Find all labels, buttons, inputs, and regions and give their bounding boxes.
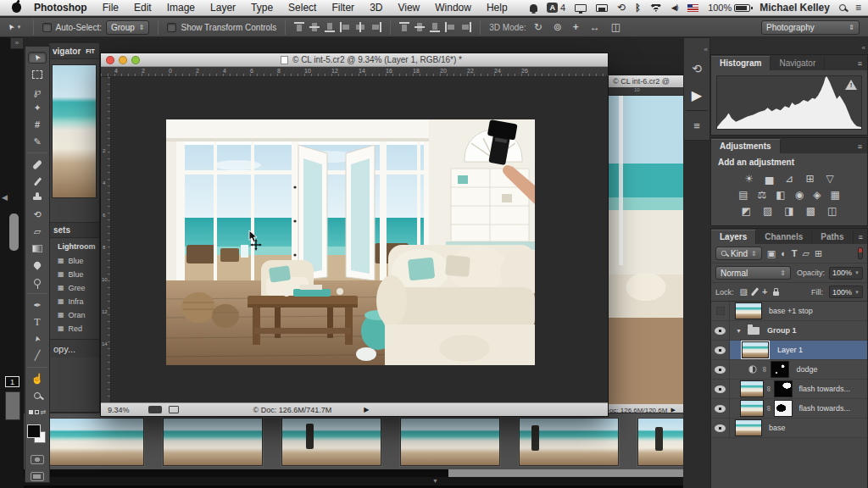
threshold-icon[interactable]: ◨ (784, 206, 793, 216)
path-selection-tool[interactable]: ➤ (28, 333, 47, 345)
layer-mask-thumbnail[interactable] (771, 361, 789, 378)
eyedropper-tool[interactable]: ✎ (28, 136, 47, 147)
align-right-edges-button[interactable] (370, 22, 381, 32)
type-tool[interactable]: T (28, 316, 47, 328)
history-brush-tool[interactable]: ⟲ (28, 209, 47, 221)
menu-select[interactable]: Select (281, 2, 324, 14)
filter-smart-objects-icon[interactable]: ⊞ (815, 249, 822, 258)
tab-navigator[interactable]: Navigator (771, 57, 825, 70)
layer-row-layer-1-selected[interactable]: Layer 1 (711, 341, 867, 360)
color-swatches[interactable] (27, 424, 47, 445)
workspace-switcher[interactable]: Photography⇕ (761, 20, 860, 35)
blend-mode-dropdown[interactable]: Normal⇕ (715, 266, 791, 280)
tab-layers[interactable]: Layers (711, 230, 756, 244)
left-dock-collapse[interactable]: » (10, 37, 24, 49)
3d-pan-icon[interactable]: + (573, 22, 579, 32)
layer-row-flash-towards-2[interactable]: ∞ flash towards... (711, 399, 867, 419)
layer-thumbnail[interactable] (735, 419, 762, 436)
tab-adjustments[interactable]: Adjustments (711, 139, 781, 153)
align-left-edges-button[interactable] (340, 22, 351, 32)
menu-type[interactable]: Type (243, 2, 281, 14)
document-title-bar[interactable]: © CL int-5.cr2 @ 9.34% (Layer 1, RGB/16*… (101, 53, 608, 67)
black-white-icon[interactable]: ◧ (776, 190, 785, 200)
color-balance-icon[interactable]: ⚖ (758, 190, 767, 200)
clone-stamp-tool[interactable] (28, 192, 47, 204)
document-window[interactable]: © CL int-5.cr2 @ 9.34% (Layer 1, RGB/16*… (100, 53, 609, 417)
fit-button[interactable]: FIT (86, 48, 95, 54)
airplay-icon[interactable] (596, 4, 608, 12)
foreground-color-swatch[interactable] (27, 424, 41, 438)
bluetooth-icon[interactable]: ᛒ (635, 3, 641, 13)
3d-camera-icon[interactable]: ◫ (611, 22, 620, 32)
layer-row-base[interactable]: base (711, 419, 867, 438)
crop-tool[interactable]: # (28, 119, 47, 131)
3d-orbit-icon[interactable]: ↻ (534, 22, 542, 32)
filmstrip-thumbnail[interactable] (400, 418, 500, 466)
tab-paths[interactable]: Paths (812, 230, 853, 244)
visibility-toggle[interactable] (711, 419, 730, 437)
filmstrip-thumbnail[interactable] (519, 418, 619, 466)
panel-menu-icon[interactable]: ≡ (853, 59, 867, 70)
document2-image[interactable] (595, 96, 687, 404)
navigator-panel-header[interactable]: vigator FIT FILL (49, 43, 99, 59)
layer-row-group-1[interactable]: ▼ Group 1 (711, 321, 867, 341)
brush-tool[interactable] (28, 175, 47, 187)
canvas-area[interactable] (111, 77, 608, 402)
filter-toggle-switch[interactable] (858, 247, 863, 259)
layer-name[interactable]: flash towards... (798, 385, 850, 393)
hand-tool[interactable]: ☝ (28, 373, 47, 385)
spotlight-icon[interactable] (839, 4, 846, 11)
align-bottom-edges-button[interactable] (325, 22, 336, 32)
menu-filter[interactable]: Filter (324, 2, 362, 14)
layer-row-base-plus-1-stop[interactable]: base +1 stop (711, 302, 867, 321)
preset-item[interactable]: ▦Blue (58, 254, 99, 268)
healing-brush-tool[interactable] (28, 158, 47, 170)
filmstrip-thumbnail[interactable] (163, 418, 263, 466)
eraser-tool[interactable]: ▱ (28, 226, 47, 238)
lock-pixels-icon[interactable] (751, 287, 759, 296)
distribute-top-edges-button[interactable] (399, 22, 410, 32)
apple-logo-icon[interactable] (12, 3, 21, 13)
photo-filter-icon[interactable]: ◉ (795, 190, 804, 200)
quick-selection-tool[interactable]: ✦ (28, 103, 47, 114)
menu-help[interactable]: Help (479, 2, 515, 14)
presets-panel-header[interactable]: sets (49, 222, 99, 238)
selective-color-icon[interactable]: ◫ (827, 206, 837, 216)
posterize-icon[interactable]: ▨ (763, 206, 772, 216)
quick-mask-button[interactable] (28, 453, 47, 465)
distribute-right-edges-button[interactable] (460, 22, 471, 32)
tool-presets-panel-icon[interactable]: ≡ (684, 111, 709, 135)
panel-flyout-arrow-icon[interactable]: ◀ (2, 193, 8, 202)
fill-value[interactable]: 100%▼ (829, 286, 863, 298)
minibridge-icon[interactable] (148, 406, 162, 413)
tab-channels[interactable]: Channels (756, 230, 812, 244)
visibility-toggle[interactable] (711, 302, 730, 320)
distribute-bottom-edges-button[interactable] (430, 22, 441, 32)
levels-icon[interactable]: ▅ (765, 174, 773, 184)
zoom-tool[interactable] (28, 390, 47, 402)
invert-icon[interactable]: ◩ (742, 206, 751, 216)
notifications-icon[interactable] (530, 4, 537, 12)
layer-mask-thumbnail[interactable] (774, 400, 793, 417)
preset-item[interactable]: ▦Red (58, 322, 99, 336)
actions-panel-icon[interactable]: ▶ (684, 82, 709, 110)
menu-3d[interactable]: 3D (362, 2, 390, 14)
layer-row-flash-towards-1[interactable]: ∞ flash towards... (711, 380, 867, 399)
panel-menu-icon[interactable]: ≡ (853, 142, 867, 153)
3d-roll-icon[interactable]: ⊚ (554, 22, 562, 32)
lock-all-icon[interactable] (773, 291, 779, 296)
doc-size-readout[interactable]: © Doc: 126.6M/741.7M (253, 406, 332, 414)
status-arrow-icon[interactable]: ▶ (364, 406, 369, 413)
input-language-flag-icon[interactable] (687, 4, 698, 12)
color-lookup-icon[interactable]: ▦ (830, 190, 839, 200)
layer-thumbnail[interactable] (740, 380, 764, 397)
menu-edit[interactable]: Edit (126, 2, 159, 14)
resize-handle-icon[interactable]: ▼ (432, 478, 438, 484)
exposure-icon[interactable]: ⊞ (805, 174, 814, 184)
displays-icon[interactable] (575, 4, 587, 12)
lasso-tool[interactable]: ℘ (28, 86, 47, 97)
history-panel-icon[interactable]: ⟲ (684, 55, 709, 82)
layer-name[interactable]: base +1 stop (769, 307, 813, 315)
menu-layer[interactable]: Layer (203, 2, 243, 14)
layer-name[interactable]: dodge (796, 365, 817, 374)
